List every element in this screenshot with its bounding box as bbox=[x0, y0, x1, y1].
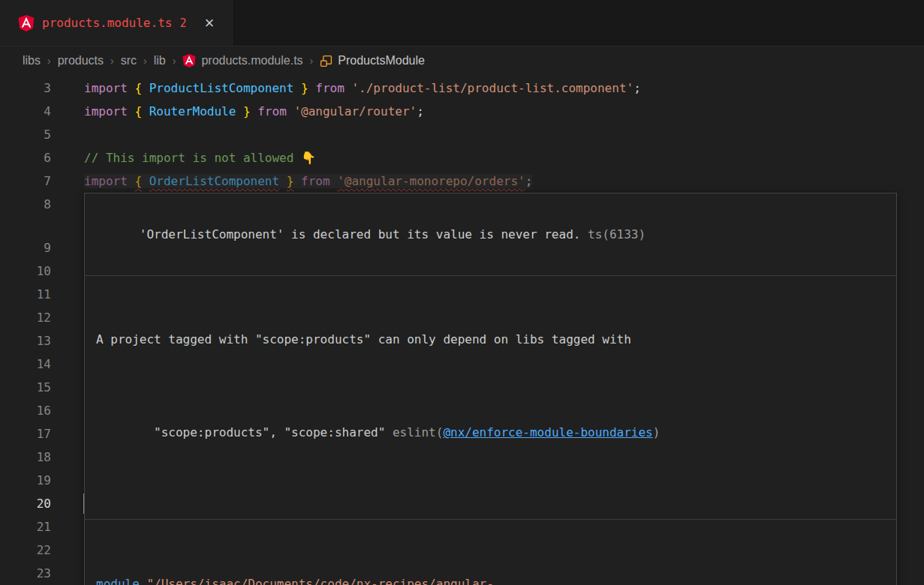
angular-icon bbox=[182, 54, 196, 68]
line-number: 23 bbox=[0, 562, 51, 585]
code-token bbox=[309, 81, 316, 95]
code-token: import bbox=[84, 174, 128, 188]
eslint-source-prefix: eslint( bbox=[393, 425, 443, 440]
module-path-line1: "/Users/isaac/Documents/code/nx-recipes/… bbox=[140, 577, 494, 585]
chevron-right-icon: › bbox=[310, 55, 314, 67]
line-number: 13 bbox=[0, 329, 51, 352]
eslint-rule-link[interactable]: @nx/enforce-module-boundaries bbox=[443, 425, 652, 440]
code-token: '@angular-monorepo/orders' bbox=[337, 174, 525, 188]
code-token bbox=[330, 174, 338, 188]
eslint-source-suffix: ) bbox=[653, 425, 661, 440]
code-token: OrderListComponent bbox=[149, 174, 279, 188]
tab-title: products.module.ts bbox=[42, 16, 172, 30]
code-token bbox=[142, 174, 149, 188]
breadcrumb-item-libs[interactable]: libs bbox=[23, 54, 41, 68]
breadcrumb-item-file[interactable]: products.module.ts bbox=[182, 54, 302, 68]
code-token: from bbox=[257, 104, 287, 118]
breadcrumb-item-lib[interactable]: lib bbox=[154, 54, 166, 68]
tab-problems-badge: 2 bbox=[179, 16, 186, 30]
code-token: '@angular/router' bbox=[293, 104, 417, 118]
line-number: 12 bbox=[0, 306, 51, 329]
line-number: 20 bbox=[0, 492, 51, 515]
eslint-message-line2: "scope:products", "scope:shared" bbox=[154, 425, 393, 440]
class-symbol-icon bbox=[320, 55, 333, 68]
line-number: 15 bbox=[0, 376, 51, 399]
line-number: 17 bbox=[0, 422, 51, 446]
code-token: { bbox=[134, 174, 142, 188]
line-number: 18 bbox=[0, 446, 51, 469]
code-token bbox=[236, 104, 243, 118]
tab-products-module[interactable]: products.module.ts 2 × bbox=[0, 0, 233, 46]
code-token bbox=[251, 104, 258, 118]
line-number: 10 bbox=[0, 260, 51, 283]
breadcrumb: libs › products › src › lib › products.m… bbox=[0, 46, 924, 75]
chevron-right-icon: › bbox=[143, 55, 147, 67]
code-token: './product-list/product-list.component' bbox=[351, 81, 634, 95]
code-token bbox=[279, 174, 287, 188]
hover-eslint-diagnostic: A project tagged with "scope:products" c… bbox=[85, 276, 896, 520]
diagnostic-code: ts(6133) bbox=[588, 227, 646, 242]
code-line[interactable]: 6// This import is not allowed 👇 bbox=[0, 146, 924, 170]
line-number: 11 bbox=[0, 283, 51, 306]
close-icon[interactable]: × bbox=[204, 15, 214, 32]
chevron-right-icon: › bbox=[47, 55, 51, 67]
chevron-right-icon: › bbox=[173, 55, 176, 67]
breadcrumb-item-symbol[interactable]: ProductsModule bbox=[320, 54, 425, 68]
code-line[interactable]: 5 bbox=[0, 123, 924, 146]
code-token bbox=[142, 104, 149, 118]
hover-ts-diagnostic: 'OrderListComponent' is declared but its… bbox=[85, 194, 896, 276]
hover-module-info: module "/Users/isaac/Documents/code/nx-r… bbox=[85, 520, 896, 585]
code-token: import bbox=[84, 104, 128, 118]
code-token bbox=[128, 174, 135, 188]
line-code: import { RouterModule } from '@angular/r… bbox=[84, 100, 924, 123]
line-number: 19 bbox=[0, 469, 51, 492]
code-token bbox=[128, 81, 135, 95]
angular-icon bbox=[18, 15, 35, 32]
line-code bbox=[84, 123, 924, 146]
chevron-right-icon: › bbox=[110, 55, 114, 67]
line-number: 8 bbox=[0, 193, 51, 216]
code-line[interactable]: 4import { RouterModule } from '@angular/… bbox=[0, 100, 924, 123]
line-number: 5 bbox=[0, 123, 51, 146]
code-token: { bbox=[134, 104, 142, 118]
eslint-message-line1: A project tagged with "scope:products" c… bbox=[96, 332, 631, 346]
code-token bbox=[142, 81, 149, 95]
code-token bbox=[293, 174, 301, 188]
line-number: 21 bbox=[0, 515, 51, 538]
line-number: 4 bbox=[0, 100, 51, 123]
code-token: { bbox=[134, 81, 142, 95]
code-token: 👇 bbox=[301, 151, 316, 165]
tab-bar: products.module.ts 2 × bbox=[0, 0, 924, 46]
diagnostic-message: 'OrderListComponent' is declared but its… bbox=[140, 227, 581, 242]
code-token: } bbox=[243, 104, 251, 118]
line-number: 7 bbox=[0, 170, 51, 193]
breadcrumb-symbol-label: ProductsModule bbox=[338, 54, 425, 68]
code-token bbox=[287, 104, 294, 118]
code-line[interactable]: 7import { OrderListComponent } from '@an… bbox=[0, 170, 924, 193]
code-token: from bbox=[315, 81, 345, 95]
breadcrumb-file-label: products.module.ts bbox=[201, 54, 302, 68]
line-number: 22 bbox=[0, 538, 51, 562]
line-number: 3 bbox=[0, 76, 51, 100]
line-number: 14 bbox=[0, 352, 51, 376]
code-token bbox=[293, 81, 301, 95]
code-line[interactable]: 3import { ProductListComponent } from '.… bbox=[0, 76, 924, 100]
code-token: from bbox=[301, 174, 330, 188]
code-token: import bbox=[84, 81, 128, 95]
code-token: ; bbox=[634, 81, 641, 95]
line-number: 6 bbox=[0, 146, 51, 170]
code-token: } bbox=[287, 174, 294, 188]
breadcrumb-item-src[interactable]: src bbox=[121, 54, 137, 68]
breadcrumb-item-products[interactable]: products bbox=[58, 54, 104, 68]
code-token: ; bbox=[417, 104, 424, 118]
code-token: ProductListComponent bbox=[149, 81, 294, 95]
code-token: } bbox=[301, 81, 309, 95]
code-token: RouterModule bbox=[149, 104, 236, 118]
line-code: import { OrderListComponent } from '@ang… bbox=[84, 170, 924, 193]
line-code: // This import is not allowed 👇 bbox=[84, 146, 924, 170]
line-number: 9 bbox=[0, 236, 51, 260]
line-code: import { ProductListComponent } from './… bbox=[84, 76, 924, 100]
code-token: // This import is not allowed bbox=[84, 151, 301, 165]
hover-popup: 'OrderListComponent' is declared but its… bbox=[84, 193, 897, 585]
code-editor[interactable]: 3import { ProductListComponent } from '.… bbox=[0, 75, 924, 585]
